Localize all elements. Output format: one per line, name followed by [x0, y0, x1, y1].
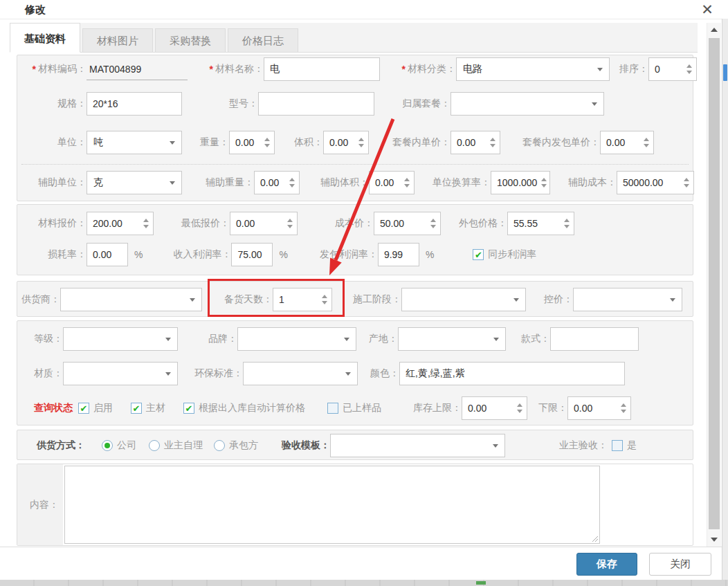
- stock-min-spinner[interactable]: 0.00: [567, 396, 631, 420]
- weight-spinner[interactable]: 0.00: [229, 131, 275, 154]
- style-input[interactable]: [550, 327, 639, 351]
- material-name-input[interactable]: [264, 57, 380, 81]
- radio-owner-self-label: 业主自理: [164, 439, 203, 452]
- spinner-up-icon[interactable]: [564, 219, 570, 222]
- spinner-up-icon[interactable]: [289, 178, 295, 181]
- spinner-down-icon[interactable]: [289, 184, 295, 187]
- loss-rate-input[interactable]: [87, 243, 128, 266]
- spinner-up-icon[interactable]: [358, 138, 364, 141]
- spinner-down-icon[interactable]: [430, 225, 436, 228]
- enable-checkbox[interactable]: ✔: [78, 403, 89, 414]
- spinner-up-icon[interactable]: [517, 403, 522, 407]
- brand-select[interactable]: [237, 327, 356, 351]
- aux-volume-spinner[interactable]: 0.00: [369, 171, 415, 194]
- scroll-down-icon[interactable]: [707, 533, 721, 547]
- spinner-down-icon[interactable]: [490, 144, 495, 147]
- spinner-down-icon[interactable]: [684, 184, 689, 187]
- spinner-up-icon[interactable]: [322, 295, 327, 298]
- spinner-up-icon[interactable]: [684, 178, 689, 181]
- spinner-up-icon[interactable]: [143, 219, 149, 222]
- dropdown-icon: [493, 444, 498, 448]
- tab-purchase-replace[interactable]: 采购替换: [155, 28, 226, 52]
- model-input[interactable]: [258, 92, 374, 116]
- spinner-down-icon[interactable]: [404, 184, 410, 187]
- tab-material-images[interactable]: 材料图片: [82, 28, 153, 52]
- check-icon: ✔: [185, 404, 193, 413]
- spinner-down-icon[interactable]: [517, 410, 522, 413]
- spinner-down-icon[interactable]: [264, 144, 270, 147]
- grade-select[interactable]: [63, 327, 178, 351]
- spinner-down-icon[interactable]: [143, 225, 149, 228]
- spinner-up-icon[interactable]: [686, 64, 692, 68]
- stock-days-spinner[interactable]: 1: [273, 288, 332, 311]
- spinner-up-icon[interactable]: [621, 403, 626, 407]
- aux-unit-select[interactable]: 克: [87, 171, 182, 194]
- sort-spinner[interactable]: 0: [648, 57, 697, 81]
- color-input[interactable]: [399, 362, 625, 385]
- package-select[interactable]: [451, 92, 604, 116]
- unit-select[interactable]: 吨: [87, 131, 182, 154]
- sync-margin-checkbox[interactable]: ✔: [473, 249, 484, 260]
- cost-price-spinner[interactable]: 50.00: [374, 212, 441, 235]
- aux-cost-label: 辅助成本：: [556, 176, 617, 189]
- env-standard-select[interactable]: [243, 362, 358, 385]
- spec-input[interactable]: [87, 92, 182, 116]
- background-window-edge: [722, 19, 728, 580]
- spinner-up-icon[interactable]: [644, 138, 649, 141]
- fb-margin-input[interactable]: [378, 243, 419, 266]
- acceptance-template-select[interactable]: [330, 434, 505, 457]
- spinner-down-icon[interactable]: [322, 301, 327, 304]
- income-margin-input[interactable]: [231, 243, 273, 266]
- check-icon: ✔: [133, 404, 140, 413]
- spinner-up-icon[interactable]: [404, 178, 410, 181]
- conversion-rate-spinner[interactable]: 1000.000: [491, 171, 550, 194]
- weight-label: 重量：: [188, 136, 229, 149]
- scroll-up-icon[interactable]: [707, 23, 721, 37]
- spinner-down-icon[interactable]: [541, 184, 547, 187]
- spinner-up-icon[interactable]: [264, 138, 270, 141]
- spinner-up-icon[interactable]: [490, 138, 495, 141]
- close-icon[interactable]: ✕: [698, 0, 717, 18]
- material-category-select[interactable]: 电路: [456, 57, 610, 81]
- spinner-down-icon[interactable]: [644, 144, 649, 147]
- save-button[interactable]: 保存: [576, 553, 637, 576]
- aux-cost-spinner[interactable]: 50000.00: [617, 171, 694, 194]
- stock-max-spinner[interactable]: 0.00: [462, 396, 527, 420]
- tab-price-log[interactable]: 价格日志: [228, 28, 298, 52]
- content-textarea[interactable]: [64, 466, 600, 544]
- spinner-up-icon[interactable]: [430, 219, 436, 222]
- min-quote-spinner[interactable]: 0.00: [230, 212, 298, 235]
- spinner-down-icon[interactable]: [358, 144, 364, 147]
- auto-price-checkbox[interactable]: ✔: [183, 403, 194, 414]
- sample-checkbox[interactable]: ✔: [327, 403, 338, 414]
- scrollbar-thumb[interactable]: [709, 38, 720, 529]
- outsource-price-spinner[interactable]: 55.55: [507, 212, 574, 235]
- package-price-spinner[interactable]: 0.00: [451, 131, 500, 154]
- aux-weight-spinner[interactable]: 0.00: [254, 171, 300, 194]
- origin-select[interactable]: [398, 327, 506, 351]
- price-control-select[interactable]: [573, 288, 682, 311]
- scrollbar[interactable]: [707, 23, 721, 547]
- spinner-down-icon[interactable]: [287, 225, 293, 228]
- quote-spinner[interactable]: 200.00: [87, 212, 154, 235]
- radio-company[interactable]: [102, 440, 113, 451]
- spinner-up-icon[interactable]: [287, 219, 293, 222]
- volume-spinner[interactable]: 0.00: [323, 131, 369, 154]
- radio-contractor[interactable]: [214, 440, 225, 451]
- owner-acceptance-checkbox[interactable]: ✔: [612, 440, 623, 451]
- spinner-up-icon[interactable]: [541, 178, 547, 181]
- main-material-checkbox[interactable]: ✔: [131, 403, 142, 414]
- package-fb-price-spinner[interactable]: 0.00: [600, 131, 654, 154]
- spinner-down-icon[interactable]: [621, 410, 626, 413]
- supplier-select[interactable]: [60, 288, 202, 311]
- spinner-down-icon[interactable]: [564, 225, 570, 228]
- origin-label: 产地：: [363, 333, 398, 345]
- sync-margin-checkbox-label: 同步利润率: [488, 248, 536, 261]
- construction-stage-select[interactable]: [401, 288, 526, 311]
- spinner-down-icon[interactable]: [686, 71, 692, 74]
- tab-basic-info[interactable]: 基础资料: [10, 23, 80, 53]
- resize-handle-icon[interactable]: [590, 534, 599, 542]
- close-button[interactable]: 关闭: [649, 553, 711, 576]
- radio-owner-self[interactable]: [149, 440, 160, 451]
- material-quality-select[interactable]: [63, 362, 178, 385]
